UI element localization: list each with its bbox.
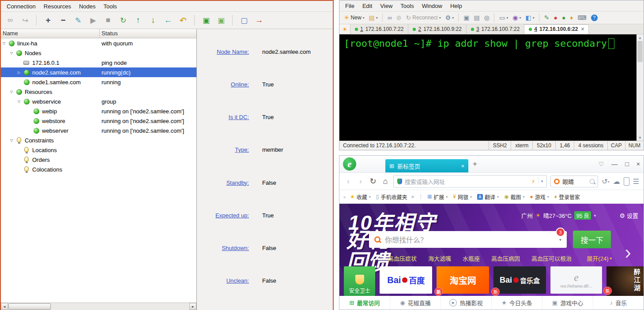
expander-icon[interactable]: [10, 90, 16, 94]
detail-label[interactable]: Type:: [197, 146, 249, 179]
copy-icon[interactable]: ▣ ▾: [462, 13, 471, 22]
toolbar-button[interactable]: [36, 15, 37, 26]
cloud-icon[interactable]: ☁: [613, 177, 620, 186]
bottom-nav-item[interactable]: ▶ 热播影视: [441, 296, 491, 310]
search-icon[interactable]: [590, 179, 595, 184]
more-bookmarks-icon[interactable]: »: [411, 194, 414, 200]
connect-icon[interactable]: ∞ ▾: [386, 13, 394, 22]
menu-item[interactable]: Nodes: [75, 2, 100, 11]
bookmark-item[interactable]: ◉ 截图 ▾: [504, 193, 525, 201]
scrollbar-thumb[interactable]: [637, 41, 643, 62]
find-icon[interactable]: ◎ ▾: [482, 13, 491, 22]
toolbar-button[interactable]: ▾: [539, 13, 540, 22]
webip[interactable]: webip running on ['node2.samlee.com']: [1, 106, 196, 116]
compose-icon[interactable]: ✎ ▾: [542, 13, 551, 22]
menu-item[interactable]: File: [341, 2, 358, 10]
home-button[interactable]: ⌂: [381, 177, 390, 186]
Orders[interactable]: Orders: [1, 155, 196, 164]
open-sessions-button[interactable]: ▤ ▾: [367, 13, 380, 22]
properties-icon[interactable]: ⚙ ▾: [444, 13, 456, 22]
tile-safety[interactable]: 安全卫士: [344, 266, 375, 296]
status-icon[interactable]: ● ▾: [560, 13, 567, 22]
bottom-nav-item[interactable]: ▣ 游戏中心: [542, 296, 593, 310]
scroll-up-icon[interactable]: ▲: [639, 34, 641, 41]
bookmark-item[interactable]: ● 游戏 ▾: [530, 193, 549, 201]
search-button[interactable]: 搜一下: [573, 231, 611, 248]
tile-game-ad[interactable]: 醉江湖 新: [606, 266, 644, 296]
new-session-button[interactable]: ☀ New ▾: [342, 13, 366, 22]
detail-label[interactable]: Expected up:: [197, 212, 249, 245]
lightning-icon[interactable]: ⚡: [531, 178, 535, 185]
terminal-scrollbar[interactable]: ▲ ▼: [636, 34, 644, 141]
toolbar-button[interactable]: ▾: [458, 13, 459, 22]
close-tab-icon[interactable]: ×: [461, 163, 464, 169]
menu-item[interactable]: Tools: [396, 2, 418, 10]
tile-taobao[interactable]: 淘宝网 新: [437, 266, 489, 294]
webstore[interactable]: webstore running on ['node2.samlee.com']: [1, 116, 196, 126]
edit-icon[interactable]: ✎: [72, 14, 85, 26]
scrollbar-thumb[interactable]: [8, 303, 51, 310]
bookmark-item[interactable]: ★ 收藏 ▾: [350, 193, 371, 201]
standby-node-icon[interactable]: ▣: [200, 14, 213, 26]
Locations[interactable]: Locations: [1, 145, 196, 155]
stop-icon[interactable]: ■: [102, 14, 115, 26]
undo-icon[interactable]: ↶: [177, 14, 190, 26]
scroll-right-icon[interactable]: ▸: [189, 303, 196, 310]
toolbar-button[interactable]: [232, 15, 233, 26]
phone-icon[interactable]: [624, 177, 629, 186]
cleanup-icon[interactable]: ↻: [117, 14, 130, 26]
horizontal-scrollbar[interactable]: ◂ ▸: [1, 303, 196, 310]
weather-widget[interactable]: 广州 ☀ 晴27~36°C 95 良 ▾: [521, 211, 596, 220]
toolbar-button[interactable]: ▾: [382, 13, 383, 22]
browser-tab[interactable]: ⊞ 新标签页 ×: [385, 159, 468, 172]
node1.samlee.com[interactable]: node1.samlee.com running: [1, 77, 196, 87]
overflow-icon[interactable]: ⋮: [418, 194, 423, 200]
capture-icon[interactable]: ◉ ▾: [511, 13, 523, 22]
alert-icon[interactable]: ● ▾: [552, 13, 559, 22]
back-button[interactable]: ‹: [344, 177, 353, 186]
expand-button[interactable]: 展开(24)▾: [587, 254, 612, 262]
notification-badge[interactable]: 3: [556, 228, 565, 237]
move-down-icon[interactable]: ↓: [147, 14, 160, 26]
carousel-next-icon[interactable]: ›: [625, 243, 631, 262]
session-tab[interactable]: 4 172.16.100.6:22 ×: [524, 24, 589, 34]
collapse-icon[interactable]: ▹: [344, 194, 346, 199]
history-icon[interactable]: ↺▾: [602, 177, 609, 186]
detail-label[interactable]: Node Name:: [197, 49, 249, 81]
bookmark-item[interactable]: ⊞ 扩展 ▾: [427, 193, 448, 201]
tile-ie-broken[interactable]: e res://ieframe.dll/...: [550, 266, 602, 294]
maximize-button[interactable]: □: [625, 161, 629, 168]
Colocations[interactable]: Colocations: [1, 164, 196, 174]
address-bar[interactable]: 搜索或输入网址 ⚡ ▾: [393, 175, 547, 188]
detail-label[interactable]: Shutdown:: [197, 245, 249, 277]
session-tab[interactable]: 3 172.16.100.7:22 ×: [467, 24, 524, 34]
detail-label[interactable]: Online:: [197, 81, 249, 114]
help-icon[interactable]: ? ▾: [589, 14, 599, 22]
caret-down-icon[interactable]: ▾: [559, 237, 561, 242]
webservice[interactable]: webservice group: [1, 97, 196, 106]
172.16.0.1[interactable]: 172.16.0.1 ping node: [1, 58, 196, 67]
remove-icon[interactable]: −: [56, 14, 70, 26]
detail-label[interactable]: Standby:: [197, 179, 249, 212]
toolbar-button[interactable]: [194, 15, 195, 26]
keypad-icon[interactable]: ⌨ ▾: [576, 13, 588, 22]
skin-icon[interactable]: ♡: [599, 161, 604, 168]
exit-icon[interactable]: →: [252, 14, 266, 26]
menu-item[interactable]: View: [376, 2, 396, 10]
forward-button[interactable]: ›: [356, 177, 365, 186]
expander-icon[interactable]: [18, 71, 23, 75]
column-status[interactable]: Status: [100, 29, 196, 38]
Constraints[interactable]: Constraints: [1, 135, 196, 145]
close-button[interactable]: ×: [636, 161, 640, 168]
menu-item[interactable]: Connection: [3, 2, 40, 11]
activate-node-icon[interactable]: ▣: [215, 14, 228, 26]
settings-button[interactable]: ⚙ 设置: [619, 211, 638, 220]
add-icon[interactable]: +: [41, 14, 55, 26]
menu-icon[interactable]: ☰: [633, 177, 639, 186]
hot-word-link[interactable]: 水瓶座: [463, 254, 480, 262]
refresh-button[interactable]: ↻: [369, 176, 377, 186]
session-tab[interactable]: 1 172.16.100.7:22 ×: [350, 24, 408, 34]
hot-word-link[interactable]: 高血压可以根治: [531, 254, 572, 262]
bottom-nav-item[interactable]: ⊞ 最常访问: [339, 296, 390, 310]
login-icon[interactable]: ↪: [19, 14, 32, 26]
